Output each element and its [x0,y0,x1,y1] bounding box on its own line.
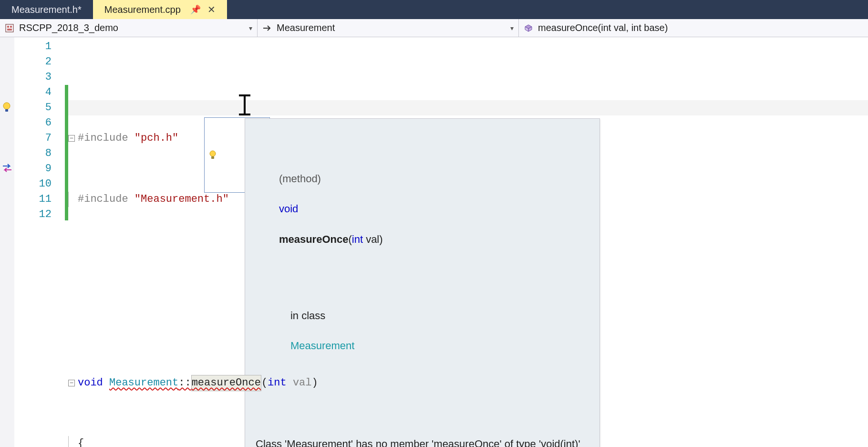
tooltip-class-name: Measurement [290,340,355,352]
svg-rect-7 [211,156,214,159]
code-area[interactable]: −#include "pch.h" #include "Measurement.… [68,37,868,447]
line-number: 12 [14,207,52,222]
arrow-right-icon [262,23,272,33]
line-number: 11 [14,192,52,207]
gutter-margin [0,37,14,447]
line-number: 1 [14,39,52,54]
line-number: 6 [14,115,52,131]
chevron-down-icon: ▾ [249,24,252,32]
change-added-marker [65,85,68,220]
code-token: void [78,377,103,389]
svg-rect-1 [7,26,9,28]
current-line-highlight [68,100,868,115]
chevron-down-icon: ▾ [510,24,514,32]
svg-rect-0 [6,24,13,32]
code-token: ( [261,377,268,389]
code-token: int [268,377,287,389]
tooltip-sig-open: ( [348,233,351,245]
transfer-arrows-icon[interactable] [2,163,12,174]
quick-info-tooltip: (method) void measureOnce(int val) in cl… [245,118,600,447]
tooltip-tag: (method) [279,173,321,185]
line-number-gutter: 1 2 3 4 5 6 7 8 9 10 11 12 [14,37,65,447]
method-cube-icon [524,23,533,33]
fold-toggle[interactable]: − [68,380,75,386]
line-number: 8 [14,146,52,161]
code-token: { [78,437,84,447]
tooltip-return-type: void [279,203,298,215]
code-token: "pch.h" [134,132,178,144]
pin-icon[interactable]: 📌 [190,4,201,15]
tab-label: Measurement.cpp [104,4,181,15]
line-number: 4 [14,85,52,100]
svg-rect-2 [10,26,12,28]
svg-point-6 [210,151,216,156]
svg-rect-5 [5,109,8,112]
tab-measurement-h[interactable]: Measurement.h* [0,0,93,19]
nav-class-dropdown[interactable]: Measurement ▾ [258,19,519,37]
tab-label: Measurement.h* [11,4,82,15]
tab-bar: Measurement.h* Measurement.cpp 📌 ✕ [0,0,868,19]
tooltip-param-type: int [352,233,363,245]
code-editor[interactable]: 1 2 3 4 5 6 7 8 9 10 11 12 −#include "pc… [0,37,868,447]
close-icon[interactable]: ✕ [207,4,216,15]
tab-measurement-cpp[interactable]: Measurement.cpp 📌 ✕ [93,0,227,19]
nav-project-label: RSCPP_2018_3_demo [19,22,118,33]
nav-member-label: measureOnce(int val, int base) [538,22,668,33]
code-token: Measurement [109,377,178,389]
code-token: "Measurement.h" [134,193,229,205]
tooltip-method-name: measureOnce [279,233,349,245]
lightbulb-hint-icon[interactable] [2,102,12,113]
nav-project-dropdown[interactable]: RSCPP_2018_3_demo ▾ [0,19,258,37]
code-token: :: [178,377,191,389]
code-token: #include [78,193,128,205]
nav-class-label: Measurement [277,22,335,33]
code-token: ) [312,377,318,389]
tooltip-in-class: in class [290,310,325,322]
code-token: val [293,377,312,389]
change-indicator-bar [65,37,68,447]
tooltip-error-message: Class 'Measurement' has no member 'measu… [256,437,589,447]
line-number: 10 [14,177,52,192]
nav-member-dropdown[interactable]: measureOnce(int val, int base) [519,19,868,37]
line-number: 5 [14,100,52,115]
line-number: 7 [14,131,52,146]
navigation-bar: RSCPP_2018_3_demo ▾ Measurement ▾ measur… [0,19,868,37]
svg-rect-3 [7,29,12,31]
svg-point-4 [3,103,10,109]
project-icon [5,23,14,33]
fold-toggle[interactable]: − [68,135,75,142]
line-number: 9 [14,161,52,177]
tooltip-param: val) [363,233,383,245]
code-token: measureOnce [192,377,261,389]
line-number: 3 [14,70,52,85]
line-number: 2 [14,54,52,70]
code-token: #include [78,132,128,144]
